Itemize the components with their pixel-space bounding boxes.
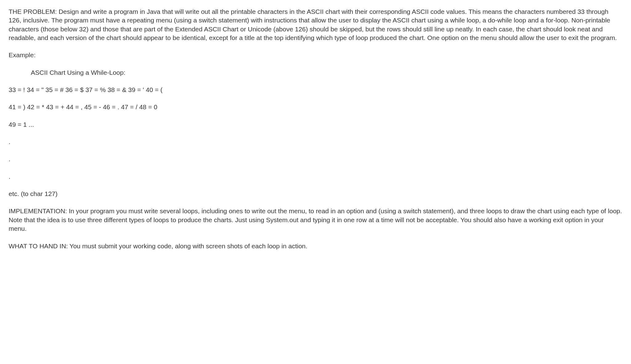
implementation-paragraph: IMPLEMENTATION: In your program you must… xyxy=(9,207,622,233)
chart-row-2: 41 = ) 42 = * 43 = + 44 = , 45 = - 46 = … xyxy=(9,103,622,111)
chart-row-1: 33 = ! 34 = " 35 = # 36 = $ 37 = % 38 = … xyxy=(9,86,622,94)
chart-title: ASCII Chart Using a While-Loop: xyxy=(9,68,622,77)
chart-row-3: 49 = 1 ... xyxy=(9,120,622,129)
ellipsis-dot-3: . xyxy=(9,172,622,181)
ellipsis-dot-2: . xyxy=(9,155,622,163)
problem-paragraph: THE PROBLEM: Design and write a program … xyxy=(9,7,622,42)
handin-paragraph: WHAT TO HAND IN: You must submit your wo… xyxy=(9,242,622,250)
example-label: Example: xyxy=(9,51,622,59)
etc-text: etc. (to char 127) xyxy=(9,190,622,198)
ellipsis-dot-1: . xyxy=(9,138,622,146)
